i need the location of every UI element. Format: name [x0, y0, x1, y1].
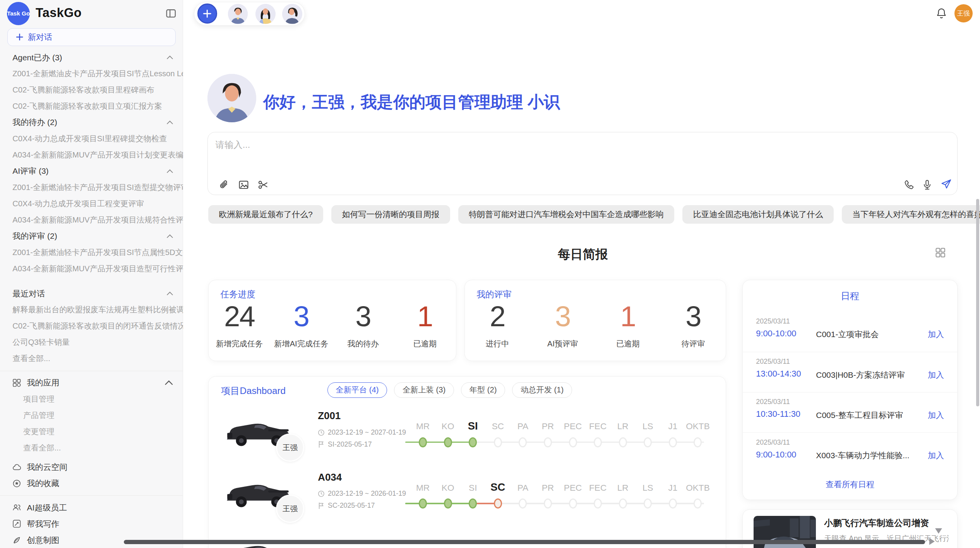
- insert-image-button[interactable]: [238, 179, 249, 190]
- sidebar-item[interactable]: 公司Q3轻卡销量: [0, 334, 183, 351]
- project-flag: SI-2025-05-17: [318, 440, 372, 449]
- milestone-dot: [694, 437, 702, 447]
- milestone: FEC: [585, 405, 610, 466]
- milestone-dot: [644, 498, 652, 509]
- join-button[interactable]: 加入: [928, 370, 944, 380]
- sidebar-item[interactable]: A034-全新新能源MUV产品开发项目法规符合性评审: [0, 212, 183, 228]
- chevron-up-icon: [166, 291, 173, 296]
- sidebar-item-favorites[interactable]: 我的收藏: [0, 475, 183, 491]
- sidebar-group-recent-chats[interactable]: 最近对话: [0, 286, 183, 302]
- suggestion-chip[interactable]: 当下年轻人对汽车外观有怎样的喜好趋势: [842, 205, 980, 224]
- milestone-dot: [469, 437, 477, 447]
- flag-icon: [318, 502, 325, 509]
- sidebar-group-my-apps[interactable]: 我的应用: [0, 375, 183, 391]
- stat: 24 新增完成任务: [209, 300, 271, 349]
- user-avatar[interactable]: 王强: [954, 4, 973, 22]
- project-row[interactable]: 王强 A034 2023-12-19 ~ 2026-01-19 SC-2025-…: [209, 467, 727, 527]
- milestone-dot: [644, 437, 652, 447]
- filter-chip[interactable]: 年型 (2): [461, 382, 505, 398]
- layout-grid-icon[interactable]: [935, 247, 946, 258]
- sidebar-item-cloud-space[interactable]: 我的云空间: [0, 459, 183, 475]
- milestone-dot: [569, 498, 577, 509]
- new-chat-label: 新对话: [28, 32, 52, 43]
- voice-call-button[interactable]: [903, 179, 915, 190]
- assistant-avatar-2[interactable]: [255, 4, 276, 24]
- medal-icon: [12, 479, 21, 488]
- sidebar-group-ai-review[interactable]: AI评审 (3): [0, 163, 183, 179]
- sidebar-item-ai-super-staff[interactable]: AI超级员工: [0, 500, 183, 516]
- collapse-sidebar-icon[interactable]: [166, 8, 176, 19]
- milestone: SC: [485, 467, 511, 527]
- chevron-up-icon: [164, 378, 173, 387]
- suggestion-chip[interactable]: 比亚迪全固态电池计划具体说了什么: [682, 205, 834, 224]
- sidebar-item[interactable]: C0X4-动力总成开发项目工程变更评审: [0, 195, 183, 212]
- attach-file-button[interactable]: [219, 179, 230, 190]
- milestone-dot: [594, 498, 602, 509]
- suggestion-chip[interactable]: 特朗普可能对进口汽车增税会对中国车企造成哪些影响: [458, 205, 675, 224]
- chevron-up-icon: [166, 234, 173, 238]
- add-session-button[interactable]: [197, 3, 218, 24]
- sidebar-item[interactable]: C02-飞腾新能源轻客改款项目的闭环通告反馈情况: [0, 318, 183, 334]
- horizontal-scrollbar[interactable]: [124, 540, 925, 544]
- milestone-dot: [444, 498, 452, 509]
- sidebar-item[interactable]: C02-飞腾新能源轻客改款项目里程碑画布: [0, 82, 183, 98]
- join-button[interactable]: 加入: [928, 329, 944, 340]
- sidebar-group-agent-done[interactable]: Agent已办 (3): [0, 50, 183, 66]
- daily-briefing-title: 每日简报: [208, 246, 958, 263]
- view-all-schedule-link[interactable]: 查看所有日程: [743, 479, 957, 490]
- notification-bell-icon[interactable]: [935, 7, 947, 19]
- assistant-avatar-3[interactable]: [282, 4, 302, 24]
- sidebar-item-app[interactable]: 产品管理: [0, 407, 183, 423]
- sidebar-item-app[interactable]: 项目管理: [0, 391, 183, 407]
- sidebar-item[interactable]: C02-飞腾新能源轻客改款项目立项汇报方案: [0, 98, 183, 115]
- sidebar-item-app[interactable]: 变更管理: [0, 423, 183, 440]
- sidebar-item[interactable]: C0X4-动力总成开发项目SI里程碑提交物检查: [0, 130, 183, 147]
- sidebar-group-my-todo[interactable]: 我的待办 (2): [0, 115, 183, 131]
- sidebar-item[interactable]: 解释最新出台的欧盟报废车法规再生塑料比例被调至15%...: [0, 302, 183, 318]
- filter-chip[interactable]: 全新平台 (4): [327, 382, 387, 398]
- filter-chip[interactable]: 动总开发 (1): [512, 382, 572, 398]
- sidebar-item[interactable]: Z001-全新燃油皮卡产品开发项目SI节点Lesson Learn报告: [0, 66, 183, 82]
- milestone-dot: [519, 437, 527, 447]
- sidebar-item-view-all[interactable]: 查看全部...: [0, 351, 183, 367]
- sidebar-group-my-review[interactable]: 我的评审 (2): [0, 228, 183, 244]
- scroll-down-arrow[interactable]: [935, 528, 942, 534]
- project-flag: SC-2025-05-17: [318, 502, 375, 510]
- sidebar-item[interactable]: A034-全新新能源MUV产品开发项目造型可行性评审: [0, 260, 183, 277]
- chat-input[interactable]: [214, 137, 904, 172]
- new-chat-button[interactable]: 新对话: [7, 28, 175, 46]
- sidebar-item[interactable]: Z001-全新燃油轻卡产品开发项目SI造型提交物评审: [0, 179, 183, 195]
- project-dashboard-card: 项目Dashboard 全新平台 (4) 全新上装 (3) 年型 (2) 动总开…: [208, 376, 726, 548]
- suggestion-chip[interactable]: 欧洲新规最近颁布了什么?: [208, 205, 323, 224]
- milestone: SI: [460, 405, 485, 466]
- sidebar-item[interactable]: A034-全新新能源MUV产品开发项目计划变更表编写: [0, 147, 183, 163]
- milestone: PEC: [560, 467, 586, 527]
- microphone-button[interactable]: [922, 179, 933, 190]
- snippet-button[interactable]: [257, 179, 269, 190]
- suggestion-chip[interactable]: 如何写一份清晰的项目周报: [331, 205, 450, 224]
- milestone: KO: [435, 467, 461, 527]
- milestone: PA: [511, 467, 536, 527]
- chevron-up-icon: [166, 55, 173, 60]
- phone-icon: [903, 179, 915, 190]
- sidebar-item-view-all-apps[interactable]: 查看全部...: [0, 440, 183, 456]
- sidebar-item[interactable]: Z001-全新燃油轻卡产品开发项目SI节点属性5D文件评审: [0, 244, 183, 260]
- milestone: PR: [535, 405, 560, 466]
- milestone-track: MR KO SI: [410, 405, 710, 466]
- project-dates: 2023-12-19 ~ 2027-01-19: [318, 428, 406, 437]
- join-button[interactable]: 加入: [928, 450, 944, 461]
- join-button[interactable]: 加入: [928, 410, 944, 421]
- scroll-right-arrow[interactable]: [929, 538, 935, 545]
- project-row[interactable]: 王强 Z001 2023-12-19 ~ 2027-01-19 SI-2025-…: [209, 405, 727, 466]
- send-button[interactable]: [941, 178, 952, 190]
- suggestion-chips: 欧洲新规最近颁布了什么? 如何写一份清晰的项目周报 特朗普可能对进口汽车增税会对…: [208, 205, 980, 224]
- milestone-dot: [419, 437, 427, 447]
- assistant-avatar-1[interactable]: [228, 4, 248, 24]
- schedule-title: 日程: [743, 290, 957, 302]
- filter-chip[interactable]: 全新上装 (3): [394, 382, 454, 398]
- sidebar-item-help-me-write[interactable]: 帮我写作: [0, 516, 183, 532]
- assistant-avatar-large: [207, 74, 256, 123]
- vertical-scrollbar[interactable]: [976, 199, 979, 406]
- taskgo-app: Task Go TaskGo 新对话 Agent已办 (3) Z001-全新燃油…: [0, 0, 980, 548]
- milestone-dot: [619, 437, 627, 447]
